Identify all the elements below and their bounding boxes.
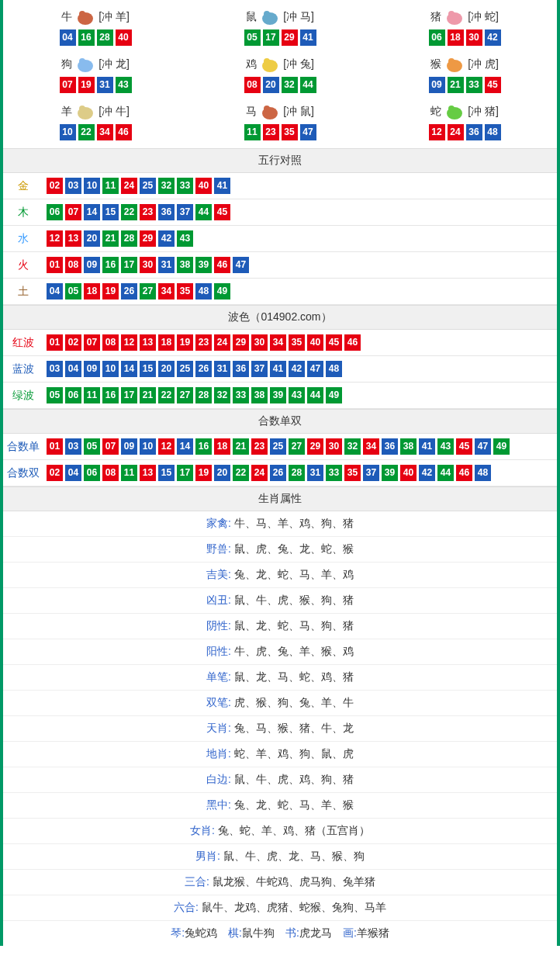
wave-label: 红波 [3, 336, 43, 350]
ball-38: 38 [400, 438, 417, 455]
ball-15: 15 [102, 204, 119, 220]
ball-16: 16 [78, 29, 95, 46]
ball-11: 11 [121, 465, 137, 481]
ball-19: 19 [102, 283, 119, 300]
attr-value: 兔、蛇、羊、鸡、猪（五宫肖） [218, 824, 370, 836]
attr-value: 虎、猴、狗、兔、羊、牛 [234, 696, 354, 708]
attr-row: 三合: 鼠龙猴、牛蛇鸡、虎马狗、兔羊猪 [3, 870, 557, 895]
zodiac-conflict: [冲 鼠] [283, 105, 314, 119]
ball-34: 34 [363, 438, 379, 455]
attr-value: 鼠、龙、蛇、马、狗、猪 [234, 619, 354, 632]
ball-47: 47 [233, 257, 249, 273]
ball-22: 22 [121, 204, 137, 220]
footer-value: 羊猴猪 [357, 926, 389, 939]
wave-row-红波: 红波0102070812131819232429303435404546 [3, 330, 557, 356]
ball-29: 29 [307, 438, 323, 455]
ball-13: 13 [140, 334, 156, 351]
attr-value: 蛇、羊、鸡、狗、鼠、虎 [234, 747, 354, 760]
wave-row-绿波: 绿波05061116172122272832333839434449 [3, 383, 557, 409]
ball-08: 08 [244, 77, 261, 93]
ball-40: 40 [195, 178, 212, 194]
svg-point-9 [264, 58, 270, 64]
ball-42: 42 [485, 29, 501, 46]
ball-33: 33 [233, 387, 249, 403]
ball-06: 06 [84, 465, 100, 481]
attr-value: 鼠牛、龙鸡、虎猪、蛇猴、兔狗、马羊 [202, 901, 386, 913]
ball-01: 01 [47, 334, 63, 351]
ball-48: 48 [195, 283, 212, 300]
ball-02: 02 [65, 334, 81, 351]
ball-10: 10 [60, 124, 76, 140]
attr-row: 单笔: 鼠、龙、马、蛇、鸡、猪 [3, 665, 557, 691]
ball-44: 44 [300, 77, 316, 93]
wuxing-label: 水 [3, 232, 43, 246]
ball-45: 45 [214, 204, 230, 220]
ball-38: 38 [251, 387, 268, 403]
ball-36: 36 [233, 361, 249, 377]
ball-16: 16 [195, 438, 212, 455]
wuxing-label: 火 [3, 258, 43, 272]
attr-row: 凶丑: 鼠、牛、虎、猴、狗、猪 [3, 588, 557, 614]
ball-04: 04 [47, 283, 63, 300]
ball-23: 23 [140, 204, 156, 220]
attr-value: 鼠、牛、虎、猴、狗、猪 [234, 594, 354, 606]
ball-44: 44 [307, 387, 323, 403]
ball-20: 20 [84, 230, 100, 247]
ball-41: 41 [419, 438, 435, 455]
attr-value: 鼠、牛、虎、鸡、狗、猪 [234, 773, 354, 785]
ball-40: 40 [307, 334, 323, 351]
zodiac-conflict: [冲 虎] [468, 57, 499, 71]
ball-09: 09 [84, 257, 100, 273]
ball-10: 10 [140, 438, 156, 455]
ball-20: 20 [214, 465, 230, 481]
footer-value: 虎龙马 [299, 926, 332, 939]
ball-03: 03 [47, 361, 63, 377]
attrs-section: 家禽: 牛、马、羊、鸡、狗、猪野兽: 鼠、虎、兔、龙、蛇、猴吉美: 兔、龙、蛇、… [3, 511, 557, 921]
zodiac-蛇: 蛇[冲 猪]12243648 [372, 98, 557, 145]
zodiac-猪: 猪[冲 蛇]06183042 [372, 3, 557, 50]
attr-row: 六合: 鼠牛、龙鸡、虎猪、蛇猴、兔狗、马羊 [3, 895, 557, 921]
attr-row: 家禽: 牛、马、羊、鸡、狗、猪 [3, 511, 557, 537]
ball-44: 44 [195, 204, 212, 220]
ball-26: 26 [121, 283, 137, 300]
ball-30: 30 [140, 257, 156, 273]
ball-18: 18 [158, 334, 175, 351]
ball-43: 43 [116, 77, 132, 93]
ball-32: 32 [282, 77, 298, 93]
ball-27: 27 [289, 438, 305, 455]
attr-value: 牛、马、羊、鸡、狗、猪 [234, 517, 354, 529]
attr-value: 牛、虎、兔、羊、猴、鸡 [234, 645, 354, 657]
ball-34: 34 [97, 124, 113, 140]
ball-07: 07 [60, 77, 76, 93]
wuxing-row-金: 金02031011242532334041 [3, 173, 557, 199]
svg-point-5 [448, 11, 455, 17]
zodiac-name: 猴 [430, 57, 441, 71]
attr-row: 双笔: 虎、猴、狗、兔、羊、牛 [3, 691, 557, 716]
ball-24: 24 [121, 178, 137, 194]
footer-value: 鼠牛狗 [242, 926, 275, 939]
wuxing-header: 五行对照 [3, 148, 557, 173]
ball-30: 30 [326, 438, 342, 455]
wuxing-row-土: 土04051819262734354849 [3, 279, 557, 305]
zodiac-icon [258, 102, 282, 121]
attr-label: 野兽: [206, 542, 234, 555]
footer-value: 兔蛇鸡 [185, 926, 217, 939]
ball-02: 02 [47, 178, 63, 194]
ball-21: 21 [102, 230, 119, 247]
ball-43: 43 [437, 438, 454, 455]
svg-point-11 [448, 58, 455, 64]
zodiac-鼠: 鼠[冲 马]05172941 [188, 3, 372, 50]
attr-row: 地肖: 蛇、羊、鸡、狗、鼠、虎 [3, 742, 557, 767]
heshu-row-合数双: 合数双0204060811131517192022242628313335373… [3, 460, 557, 486]
ball-12: 12 [158, 438, 175, 455]
ball-30: 30 [251, 334, 268, 351]
ball-19: 19 [78, 77, 95, 93]
ball-31: 31 [307, 465, 323, 481]
svg-point-15 [264, 106, 270, 112]
ball-35: 35 [344, 465, 361, 481]
ball-47: 47 [475, 438, 491, 455]
ball-05: 05 [65, 283, 81, 300]
svg-point-7 [79, 58, 85, 64]
ball-17: 17 [263, 29, 279, 46]
ball-45: 45 [326, 334, 342, 351]
